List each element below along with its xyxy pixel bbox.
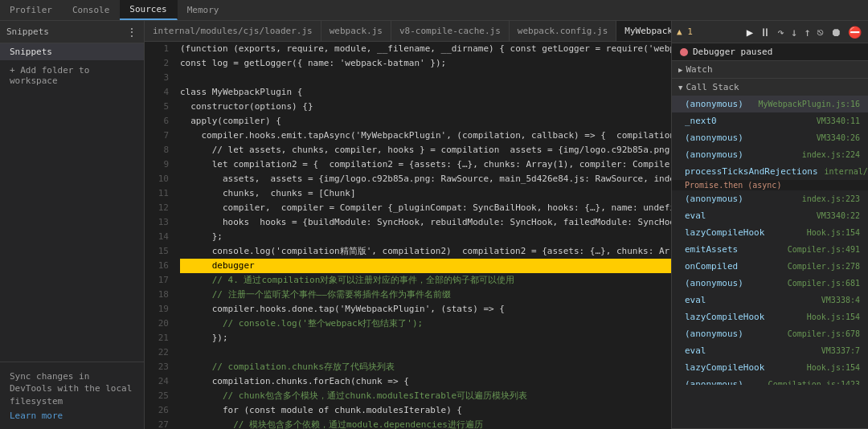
watch-header[interactable]: ▶ Watch <box>672 61 868 78</box>
code-line: // 4. 通过compilation对象可以注册对应的事件，全部的钩子都可以使… <box>180 273 671 288</box>
file-tab-config[interactable]: webpack.config.js <box>510 21 617 41</box>
cs-function-name: processTicksAndRejections <box>685 165 818 178</box>
sidebar-item-snippets[interactable]: Snippets <box>0 43 144 60</box>
debugger-paused-banner: Debugger paused <box>672 43 868 61</box>
tab-profiler[interactable]: Profiler <box>0 0 63 20</box>
line-number: 15 <box>145 244 169 259</box>
sync-text: Sync changes in DevTools with the local … <box>10 370 134 407</box>
cs-location: Compiler.js:491 <box>788 243 860 256</box>
code-line: debugger <box>180 259 671 273</box>
call-stack-item[interactable]: evalVM3338:4 <box>672 292 868 308</box>
sidebar-menu-icon[interactable]: ⋮ <box>126 26 137 39</box>
call-stack-item[interactable]: (anonymous)Compiler.js:681 <box>672 275 868 292</box>
line-number: 24 <box>145 374 169 389</box>
code-line: assets, assets = {img/logo.c92b85a.png: … <box>180 172 671 186</box>
sidebar: Snippets ⋮ Snippets + Add folder to work… <box>0 21 145 429</box>
pause-icon[interactable]: ⏸ <box>758 26 772 39</box>
call-stack-item[interactable]: lazyCompileHookHook.js:154 <box>672 224 868 241</box>
cs-location: internal/process...k_queues.js:97 <box>825 165 868 178</box>
cs-function-name: (anonymous) <box>685 97 743 111</box>
cs-location: VM3340:26 <box>817 131 860 145</box>
cs-location: MyWebpackPlugin.js:16 <box>759 97 860 111</box>
stop-icon[interactable]: ⛔ <box>846 26 863 39</box>
learn-more-link[interactable]: Learn more <box>10 411 134 421</box>
line-number: 12 <box>145 201 169 215</box>
code-line: // chunk包含多个模块，通过chunk.modulesIterable可以… <box>180 389 671 403</box>
line-number: 17 <box>145 273 169 288</box>
call-stack-item[interactable]: processTicksAndRejectionsinternal/proces… <box>672 163 868 180</box>
debugger-paused-label: Debugger paused <box>693 47 772 57</box>
cs-location: Hook.js:154 <box>807 226 860 239</box>
code-line: chunks, chunks = [Chunk] <box>180 186 671 201</box>
file-tabs: internal/modules/cjs/loader.js webpack.j… <box>145 21 671 42</box>
code-line <box>180 345 671 360</box>
pause-dot <box>680 48 688 56</box>
code-line: const log = getLogger({ name: 'webpack-b… <box>180 56 671 71</box>
sidebar-sync: Sync changes in DevTools with the local … <box>0 362 144 429</box>
cs-function-name: eval <box>685 293 706 307</box>
line-number: 1 <box>145 42 169 56</box>
callstack-triangle-icon: ▼ <box>678 84 682 92</box>
add-folder-button[interactable]: + Add folder to workspace <box>0 60 144 91</box>
call-stack-item[interactable]: emitAssetsCompiler.js:491 <box>672 241 868 258</box>
file-tab-v8[interactable]: v8-compile-cache.js <box>391 21 510 41</box>
top-tab-bar: Profiler Console Sources Memory <box>0 0 868 21</box>
record-icon[interactable]: ⏺ <box>829 26 843 39</box>
call-stack-item[interactable]: (anonymous)VM3340:26 <box>672 129 868 146</box>
call-stack-item[interactable]: (anonymous)Compilation.js:1423 <box>672 376 868 385</box>
code-line: compiler, compiler = Compiler {_pluginCo… <box>180 201 671 215</box>
line-number: 27 <box>145 418 169 429</box>
line-number: 25 <box>145 389 169 403</box>
call-stack-header[interactable]: ▼ Call Stack <box>672 79 868 96</box>
code-line: compiler.hooks.emit.tapAsync('MyWebpackP… <box>180 129 671 143</box>
cs-location: index.js:223 <box>802 192 860 206</box>
watch-section: ▶ Watch <box>672 61 868 79</box>
call-stack-item[interactable]: (anonymous)index.js:223 <box>672 190 868 207</box>
step-out-icon[interactable]: ↑ <box>802 26 812 39</box>
line-number: 9 <box>145 157 169 172</box>
step-into-icon[interactable]: ↓ <box>789 26 799 39</box>
line-number: 11 <box>145 186 169 201</box>
call-stack-list[interactable]: (anonymous)MyWebpackPlugin.js:16_next0VM… <box>672 96 868 385</box>
call-stack-item[interactable]: onCompiledCompiler.js:278 <box>672 258 868 275</box>
file-tab-loader[interactable]: internal/modules/cjs/loader.js <box>145 21 321 41</box>
line-number: 16 <box>145 259 169 273</box>
cs-function-name: (anonymous) <box>685 276 743 290</box>
code-line: // 模块包含多个依赖，通过module.dependencies进行遍历 <box>180 418 671 429</box>
line-number: 7 <box>145 129 169 143</box>
call-stack-item[interactable]: lazyCompileHookHook.js:154 <box>672 308 868 325</box>
warn-badge: ▲ 1 <box>677 27 693 37</box>
code-line: compiler.hooks.done.tap('MyWebpackPlugin… <box>180 302 671 317</box>
deactivate-breakpoints-icon[interactable]: ⎋ <box>816 26 825 39</box>
step-over-icon[interactable]: ↷ <box>776 26 785 39</box>
line-number: 2 <box>145 56 169 71</box>
tab-memory[interactable]: Memory <box>178 0 230 20</box>
resume-icon[interactable]: ▶ <box>745 26 755 39</box>
cs-function-name: _next0 <box>685 114 717 128</box>
call-stack-item[interactable]: (anonymous)Compiler.js:678 <box>672 325 868 342</box>
file-tab-webpack[interactable]: webpack.js <box>321 21 391 41</box>
call-stack-item[interactable]: (anonymous)index.js:224 <box>672 146 868 163</box>
cs-function-name: eval <box>685 209 706 223</box>
cs-function-name: lazyCompileHook <box>685 361 764 374</box>
line-number: 14 <box>145 230 169 244</box>
call-stack-item[interactable]: lazyCompileHookHook.js:154 <box>672 359 868 376</box>
call-stack-item[interactable]: evalVM3340:22 <box>672 207 868 224</box>
call-stack-item[interactable]: _next0VM3340:11 <box>672 112 868 129</box>
line-number: 26 <box>145 403 169 418</box>
tab-console[interactable]: Console <box>63 0 120 20</box>
code-editor[interactable]: 1234567891011121314151617181920212223242… <box>145 42 671 429</box>
cs-location: Hook.js:154 <box>807 361 860 374</box>
tab-sources[interactable]: Sources <box>120 0 177 20</box>
cs-function-name: emitAssets <box>685 243 738 256</box>
call-stack-item[interactable]: evalVM3337:7 <box>672 342 868 359</box>
cs-function-name: (anonymous) <box>685 327 743 341</box>
code-line: for (const module of chunk.modulesIterab… <box>180 403 671 418</box>
code-line: let compilation2 = { compilation2 = {ass… <box>180 157 671 172</box>
line-number: 8 <box>145 143 169 157</box>
file-tab-mywp[interactable]: MyWebpackPlugin.js ✕ <box>616 21 671 41</box>
call-stack-item[interactable]: (anonymous)MyWebpackPlugin.js:16 <box>672 96 868 112</box>
sidebar-label: Snippets <box>6 27 126 37</box>
line-number: 19 <box>145 302 169 317</box>
code-line: apply(compiler) { <box>180 114 671 129</box>
